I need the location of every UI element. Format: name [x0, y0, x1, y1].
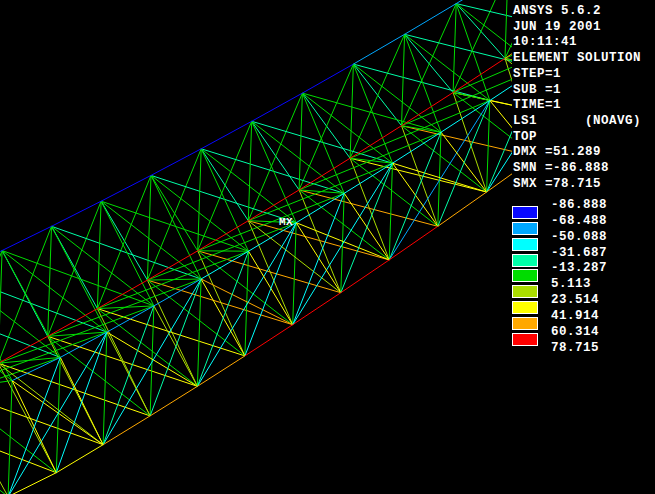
- status-line: ELEMENT SOLUTION: [513, 51, 641, 67]
- legend-value-label: 23.514: [551, 293, 599, 307]
- status-line: TOP: [513, 130, 641, 146]
- legend-color-swatch: [512, 238, 538, 251]
- status-line: JUN 19 2001: [513, 20, 641, 36]
- legend-color-swatch: [512, 301, 538, 314]
- legend-color-swatch: [512, 269, 538, 282]
- legend-value-label: -31.687: [551, 246, 607, 260]
- legend-value-label: 5.113: [551, 277, 591, 291]
- max-stress-marker: MX: [279, 216, 293, 228]
- legend-color-swatch: [512, 222, 538, 235]
- status-line: ANSYS 5.6.2: [513, 4, 641, 20]
- legend-value-label: 60.314: [551, 325, 599, 339]
- legend-value-label: -50.088: [551, 230, 607, 244]
- legend-color-swatch: [512, 254, 538, 267]
- status-line: SUB =1: [513, 83, 641, 99]
- status-line: TIME=1: [513, 98, 641, 114]
- legend-value-label: 41.914: [551, 309, 599, 323]
- legend-color-swatch: [512, 333, 538, 346]
- legend-color-swatch: [512, 206, 538, 219]
- status-line: 10:11:41: [513, 35, 641, 51]
- legend-value-label: 78.715: [551, 341, 599, 355]
- legend-color-swatch: [512, 285, 538, 298]
- ansys-window: MX ANSYS 5.6.2JUN 19 200110:11:41ELEMENT…: [0, 0, 655, 494]
- status-line: STEP=1: [513, 67, 641, 83]
- status-line: DMX =51.289: [513, 145, 641, 161]
- graphics-area[interactable]: [0, 0, 512, 494]
- legend-value-label: -68.488: [551, 214, 607, 228]
- legend-value-label: -86.888: [551, 198, 607, 212]
- legend-value-label: -13.287: [551, 261, 607, 275]
- status-line: SMX =78.715: [513, 177, 641, 193]
- status-line: SMN =-86.888: [513, 161, 641, 177]
- legend-color-swatch: [512, 317, 538, 330]
- status-line: LS1 (NOAVG): [513, 114, 641, 130]
- status-text-panel: ANSYS 5.6.2JUN 19 200110:11:41ELEMENT SO…: [513, 4, 641, 192]
